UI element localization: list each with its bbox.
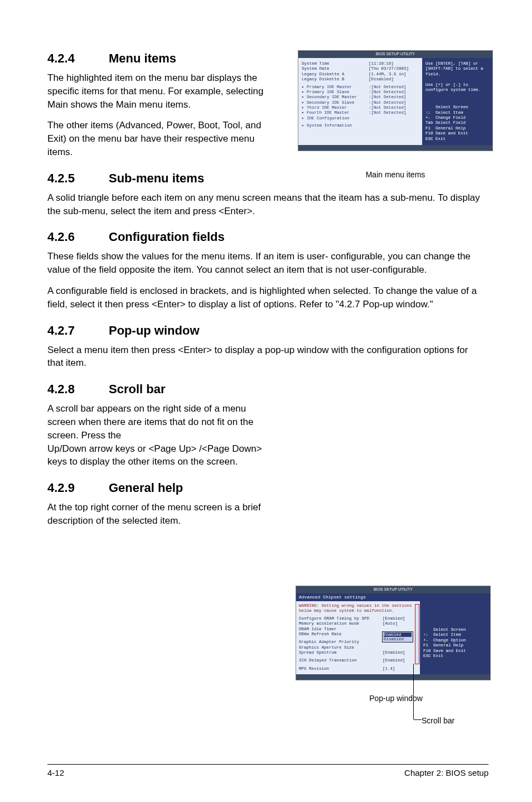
page-footer: 4-12 Chapter 2: BIOS setup bbox=[47, 764, 489, 777]
caption-popup: Pop-up window bbox=[296, 694, 496, 703]
para: These fields show the values for the men… bbox=[47, 250, 485, 277]
bios-titlebar: BIOS SETUP UTILITY bbox=[298, 51, 492, 58]
bios-help-pane: Select Screen ↑↓ Select Item +- Change O… bbox=[420, 593, 490, 674]
bios-help-pane: Use [ENTER], [TAB] or [SHIFT-TAB] to sel… bbox=[422, 58, 492, 145]
para: A configurable field is enclosed in brac… bbox=[47, 284, 485, 311]
para: Up/Down arrow keys or <Page Up> /<Page D… bbox=[47, 442, 268, 469]
para: The other items (Advanced, Power, Boot, … bbox=[47, 119, 268, 158]
caption-main: Main menu items bbox=[298, 170, 493, 179]
figure-popup: BIOS SETUP UTILITY Advanced Chipset sett… bbox=[296, 586, 496, 703]
para: At the top right corner of the menu scre… bbox=[47, 501, 268, 528]
footer-right: Chapter 2: BIOS setup bbox=[404, 768, 489, 777]
heading-4-2-8: 4.2.8Scroll bar bbox=[47, 382, 485, 397]
bios-left-pane: System Time[11:10:19] System Date[Thu 03… bbox=[298, 58, 422, 145]
para: A scroll bar appears on the right side o… bbox=[47, 402, 268, 442]
scrollbar-highlight bbox=[415, 604, 419, 664]
heading-4-2-6: 4.2.6Configuration fields bbox=[47, 230, 485, 244]
heading-4-2-9: 4.2.9General help bbox=[47, 481, 485, 495]
popup-options: Enabled Disabled bbox=[382, 631, 413, 642]
bios-titlebar: BIOS SETUP UTILITY bbox=[296, 586, 490, 593]
caption-scroll: Scroll bar bbox=[422, 716, 454, 725]
figure-main-menu: BIOS SETUP UTILITY System Time[11:10:19]… bbox=[298, 50, 493, 179]
para: Select a menu item then press <Enter> to… bbox=[47, 344, 485, 370]
para: The highlighted item on the menu bar dis… bbox=[47, 71, 268, 111]
para: A solid triangle before each item on any… bbox=[47, 191, 485, 218]
bios-advanced-screen: BIOS SETUP UTILITY Advanced Chipset sett… bbox=[296, 586, 491, 680]
callout-line bbox=[413, 664, 414, 719]
heading-4-2-7: 4.2.7Pop-up window bbox=[47, 323, 485, 338]
footer-left: 4-12 bbox=[47, 768, 64, 777]
bios-main-screen: BIOS SETUP UTILITY System Time[11:10:19]… bbox=[298, 50, 493, 151]
